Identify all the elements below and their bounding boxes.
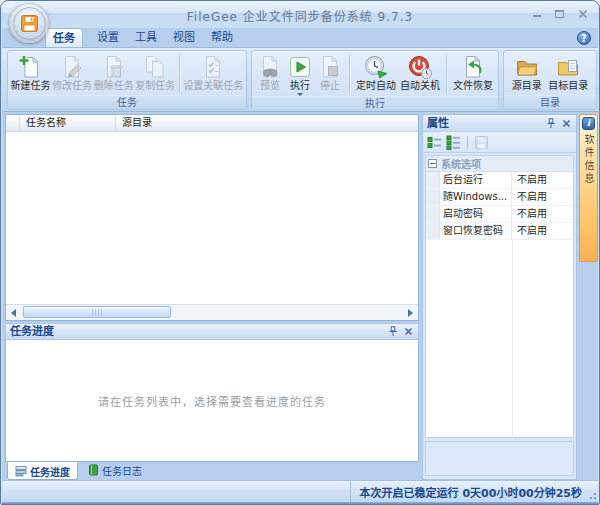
resize-grip[interactable] <box>586 489 596 499</box>
property-value[interactable]: 不启用 <box>512 172 573 188</box>
group-separator <box>349 55 350 93</box>
auto-shutdown-button[interactable]: 自动关机 <box>400 52 440 96</box>
bottom-tabs: 任务进度 任务日志 <box>7 462 149 480</box>
ribbon-tab-row: 任务 设置 工具 视图 帮助 ? <box>1 28 599 47</box>
help-button[interactable]: ? <box>577 31 591 45</box>
property-name: 后台运行 <box>440 172 512 188</box>
column-header-task-name[interactable]: 任务名称 <box>20 115 116 131</box>
scrollbar-thumb[interactable] <box>23 306 171 318</box>
source-directory-button[interactable]: 源目录 <box>512 52 542 95</box>
preview-label: 预览 <box>260 80 280 92</box>
maximize-button[interactable] <box>553 7 566 19</box>
app-menu-button[interactable] <box>9 3 49 43</box>
edit-task-button: 修改任务 <box>52 52 92 95</box>
tab-task-log-label: 任务日志 <box>102 463 142 478</box>
schedule-icon <box>363 54 389 80</box>
schedule-auto-label: 定时自动 <box>356 80 396 92</box>
categorized-view-button[interactable] <box>427 135 442 150</box>
tab-tools[interactable]: 工具 <box>129 28 163 47</box>
stop-label: 停止 <box>320 80 340 92</box>
new-task-button[interactable]: 新建任务 <box>11 52 51 95</box>
panel-close-button[interactable] <box>403 326 414 337</box>
related-task-button: 设置关联任务 <box>183 52 243 95</box>
property-row[interactable]: 启动密码 不启用 <box>426 206 573 223</box>
property-name: 随Windows... <box>440 189 512 205</box>
tab-help-label: 帮助 <box>211 31 233 44</box>
panel-close-icon <box>404 327 413 336</box>
auto-shutdown-icon <box>407 54 433 80</box>
uptime-text: 本次开启已稳定运行 0天00小时00分钟25秒 <box>360 484 582 500</box>
new-task-label: 新建任务 <box>11 80 51 92</box>
scroll-right-icon <box>408 309 413 317</box>
delete-task-label: 删除任务 <box>94 80 134 92</box>
pin-button[interactable] <box>387 326 398 337</box>
group-separator <box>446 55 447 93</box>
property-value[interactable]: 不启用 <box>512 223 573 239</box>
run-label: 执行 <box>290 80 310 92</box>
property-row[interactable]: 窗口恢复密码 不启用 <box>426 223 573 240</box>
source-folder-icon <box>514 54 540 80</box>
column-header-source-directory[interactable]: 源目录 <box>116 115 418 131</box>
file-restore-icon <box>460 54 486 80</box>
delete-task-button: 删除任务 <box>94 52 134 95</box>
column-header-gutter <box>6 115 20 131</box>
tab-task-log[interactable]: 任务日志 <box>80 462 149 478</box>
tab-task-progress[interactable]: 任务进度 <box>7 462 78 480</box>
toolbar-separator <box>467 136 468 148</box>
ribbon-group-tasks-label: 任务 <box>8 95 246 109</box>
ribbon-group-execute: 预览 执行 <box>251 50 499 110</box>
pin-icon <box>546 118 556 129</box>
target-directory-button[interactable]: 目标目录 <box>548 52 588 95</box>
group-separator <box>179 55 180 92</box>
scrollbar-track[interactable] <box>21 305 403 320</box>
property-value[interactable]: 不启用 <box>512 189 573 205</box>
scroll-right-button[interactable] <box>403 305 418 320</box>
save-floppy-icon <box>20 14 39 33</box>
maximize-icon <box>555 10 564 18</box>
task-list-header: 任务名称 源目录 <box>6 115 418 132</box>
collapse-button[interactable]: − <box>428 159 437 168</box>
ribbon-group-execute-label: 执行 <box>252 96 498 110</box>
task-log-tab-icon <box>87 464 99 476</box>
pin-icon <box>388 326 398 337</box>
tab-settings-label: 设置 <box>97 31 119 44</box>
tab-tasks[interactable]: 任务 <box>45 28 83 47</box>
properties-pin-button[interactable] <box>545 118 556 129</box>
preview-icon <box>257 54 283 80</box>
list-view-button[interactable] <box>446 135 461 150</box>
minimize-button[interactable] <box>530 7 543 19</box>
target-directory-label: 目标目录 <box>548 80 588 92</box>
side-tab-software-info[interactable]: i 软件信息 <box>579 114 598 262</box>
close-icon <box>578 9 588 19</box>
tab-view[interactable]: 视图 <box>167 28 201 47</box>
property-description-box <box>425 441 574 476</box>
progress-empty-message: 请在任务列表中，选择需要查看进度的任务 <box>98 393 326 409</box>
ribbon: 新建任务 修改任务 <box>2 47 598 112</box>
file-restore-label: 文件恢复 <box>453 80 493 92</box>
tab-help[interactable]: 帮助 <box>205 28 239 47</box>
scroll-left-button[interactable] <box>6 305 21 320</box>
property-value[interactable]: 不启用 <box>512 206 573 222</box>
ribbon-group-directory: 源目录 目标目录 目录 <box>503 50 597 110</box>
properties-close-button[interactable] <box>561 118 572 129</box>
stop-icon <box>317 54 343 80</box>
schedule-auto-button[interactable]: 定时自动 <box>356 52 396 96</box>
related-task-icon <box>200 54 226 80</box>
tab-settings[interactable]: 设置 <box>91 28 125 47</box>
task-progress-header: 任务进度 <box>5 323 419 340</box>
tab-tools-label: 工具 <box>135 31 157 44</box>
property-row[interactable]: 随Windows... 不启用 <box>426 189 573 206</box>
ribbon-group-tasks: 新建任务 修改任务 <box>7 50 247 110</box>
title-bar: FileGee 企业文件同步备份系统 9.7.3 <box>1 1 599 28</box>
task-list-body <box>6 132 418 304</box>
status-bar: 本次开启已稳定运行 0天00小时00分钟25秒 <box>2 480 598 502</box>
horizontal-scrollbar[interactable] <box>6 304 418 320</box>
close-button[interactable] <box>576 7 589 19</box>
run-button[interactable]: 执行 <box>287 52 313 96</box>
help-icon: ? <box>581 33 587 44</box>
preview-button: 预览 <box>257 52 283 96</box>
categorized-view-icon <box>427 135 442 150</box>
property-row[interactable]: 后台运行 不启用 <box>426 172 573 189</box>
file-restore-button[interactable]: 文件恢复 <box>453 52 493 96</box>
status-uptime-section: 本次开启已稳定运行 0天00小时00分钟25秒 <box>350 481 582 502</box>
